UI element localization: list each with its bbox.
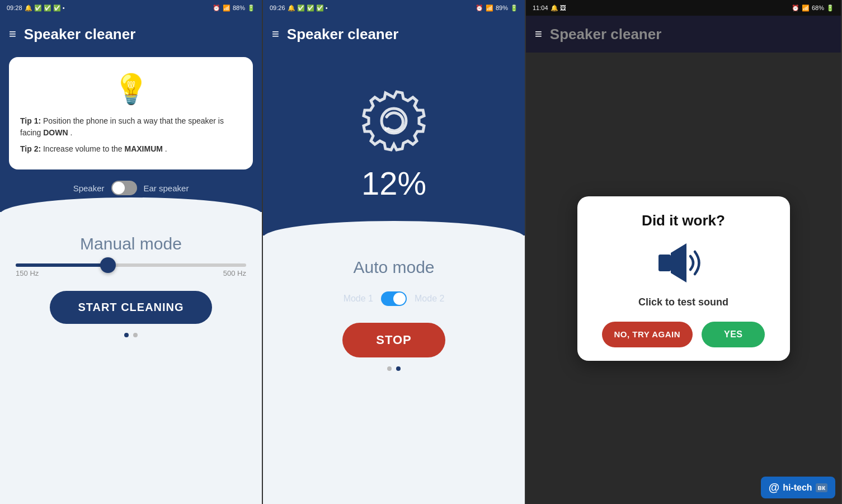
dot-4 xyxy=(396,366,401,371)
time-2: 09:26 xyxy=(270,4,285,11)
hamburger-menu-1[interactable]: ≡ xyxy=(9,27,16,41)
wifi-icon-3: 📶 xyxy=(802,4,810,12)
alarm-icon-2: ⏰ xyxy=(476,4,483,12)
alarm-icon-3: ⏰ xyxy=(792,4,799,12)
dark-overlay: Did it work? Click to test sound NO, TRY… xyxy=(526,53,841,504)
hamburger-menu-3[interactable]: ≡ xyxy=(535,27,542,41)
dot-3 xyxy=(387,366,392,371)
at-icon: @ xyxy=(769,481,780,494)
click-to-test-label: Click to test sound xyxy=(638,296,728,308)
dot-1 xyxy=(124,333,129,337)
battery-icon-3: 🔋 xyxy=(826,4,834,12)
freq-min: 150 Hz xyxy=(16,269,39,277)
wifi-icon-1: 📶 xyxy=(223,4,231,12)
frequency-slider-wrap xyxy=(16,263,246,267)
dialog-title: Did it work? xyxy=(642,212,725,229)
notification-icons-3: 🔔 🖼 xyxy=(551,4,566,12)
progress-percentage: 12% xyxy=(361,164,426,202)
speaker-label: Speaker xyxy=(73,183,105,193)
mode1-label: Mode 1 xyxy=(344,294,373,304)
slider-track[interactable] xyxy=(16,263,246,267)
status-right-3: ⏰ 📶 68% 🔋 xyxy=(792,4,834,12)
status-right-1: ⏰ 📶 88% 🔋 xyxy=(213,4,255,12)
mode-label-2: Auto mode xyxy=(353,258,434,277)
alarm-icon-1: ⏰ xyxy=(213,4,220,12)
tip1-period: . xyxy=(70,128,72,137)
speaker-toggle-row: Speaker Ear speaker xyxy=(73,181,189,195)
tip2-max: MAXIMUM xyxy=(125,144,163,153)
svg-marker-3 xyxy=(671,243,686,282)
panel-manual: 09:28 🔔 ✅ ✅ ✅ • ⏰ 📶 88% 🔋 ≡ Speaker clea… xyxy=(0,0,263,504)
hi-tech-badge: @ hi-tech вк xyxy=(761,477,835,498)
tip-text: Tip 1: Position the phone in such a way … xyxy=(20,115,242,155)
white-section-2: Auto mode Mode 1 Mode 2 STOP xyxy=(263,235,525,504)
battery-icon-1: 🔋 xyxy=(247,4,255,12)
stop-button[interactable]: STOP xyxy=(342,323,445,357)
slider-thumb[interactable] xyxy=(100,257,116,273)
status-bar-3: 11:04 🔔 🖼 ⏰ 📶 68% 🔋 xyxy=(526,0,841,16)
status-left-2: 09:26 🔔 ✅ ✅ ✅ • xyxy=(270,4,328,12)
status-bar-1: 09:28 🔔 ✅ ✅ ✅ • ⏰ 📶 88% 🔋 xyxy=(0,0,262,16)
app-bar-3: ≡ Speaker cleaner xyxy=(526,16,841,53)
status-bar-2: 09:26 🔔 ✅ ✅ ✅ • ⏰ 📶 89% 🔋 xyxy=(263,0,525,16)
battery-icon-2: 🔋 xyxy=(510,4,518,12)
app-title-3: Speaker cleaner xyxy=(550,26,661,43)
hi-tech-label: hi-tech xyxy=(783,483,812,493)
panel-result: 11:04 🔔 🖼 ⏰ 📶 68% 🔋 ≡ Speaker cleaner Di… xyxy=(526,0,842,504)
app-bar-1: ≡ Speaker cleaner xyxy=(0,16,262,53)
vk-icon: вк xyxy=(816,483,827,492)
page-dots-2 xyxy=(387,366,401,371)
tip2-text: Increase volume to the xyxy=(43,144,125,153)
tip-card: 💡 Tip 1: Position the phone in such a wa… xyxy=(9,57,253,169)
start-cleaning-button[interactable]: START CLEANING xyxy=(50,291,211,324)
result-dialog: Did it work? Click to test sound NO, TRY… xyxy=(577,196,790,361)
wifi-icon-2: 📶 xyxy=(486,4,493,12)
yes-button[interactable]: YES xyxy=(702,322,765,347)
time-3: 11:04 xyxy=(533,4,548,11)
tip2-dot: . xyxy=(165,144,167,153)
time-1: 09:28 xyxy=(7,4,22,11)
white-section-1: Manual mode 150 Hz 500 Hz START CLEANING xyxy=(0,212,262,504)
tip2-bold: Tip 2: xyxy=(20,144,41,153)
status-left-3: 11:04 🔔 🖼 xyxy=(533,4,566,12)
battery-1: 88% xyxy=(233,4,245,11)
svg-rect-2 xyxy=(658,255,671,271)
battery-3: 68% xyxy=(812,4,824,11)
freq-max: 500 Hz xyxy=(223,269,246,277)
mode-label-1: Manual mode xyxy=(80,234,182,253)
speaker-icon[interactable] xyxy=(656,241,712,288)
panel-auto: 09:26 🔔 ✅ ✅ ✅ • ⏰ 📶 89% 🔋 ≡ Speaker clea… xyxy=(263,0,526,504)
page-dots-1 xyxy=(124,333,138,337)
blue-section-2: 12% xyxy=(263,53,525,235)
slider-fill xyxy=(16,263,108,267)
mode-toggle-row: Mode 1 Mode 2 xyxy=(344,291,445,306)
dialog-buttons: NO, TRY AGAIN YES xyxy=(591,322,777,347)
hamburger-menu-2[interactable]: ≡ xyxy=(272,27,279,41)
tip1-down: DOWN xyxy=(43,128,68,137)
notification-icons-2: 🔔 ✅ ✅ ✅ • xyxy=(288,4,328,12)
app-title-2: Speaker cleaner xyxy=(287,26,398,43)
ear-speaker-label: Ear speaker xyxy=(144,183,189,193)
app-title-1: Speaker cleaner xyxy=(24,26,135,43)
mode-toggle[interactable] xyxy=(381,291,407,306)
status-left-1: 09:28 🔔 ✅ ✅ ✅ • xyxy=(7,4,65,12)
app-bar-2: ≡ Speaker cleaner xyxy=(263,16,525,53)
blue-section-1: 💡 Tip 1: Position the phone in such a wa… xyxy=(0,53,262,212)
tip1-bold: Tip 1: xyxy=(20,116,41,125)
mode2-label: Mode 2 xyxy=(415,294,444,304)
battery-2: 89% xyxy=(496,4,508,11)
no-try-again-button[interactable]: NO, TRY AGAIN xyxy=(602,322,693,347)
dot-2 xyxy=(133,333,138,337)
freq-labels: 150 Hz 500 Hz xyxy=(16,269,246,277)
tip-bulb-icon: 💡 xyxy=(20,67,242,111)
status-right-2: ⏰ 📶 89% 🔋 xyxy=(476,4,518,12)
notification-icons-1: 🔔 ✅ ✅ ✅ • xyxy=(25,4,65,12)
speaker-toggle[interactable] xyxy=(111,181,137,195)
gear-icon xyxy=(358,86,430,156)
